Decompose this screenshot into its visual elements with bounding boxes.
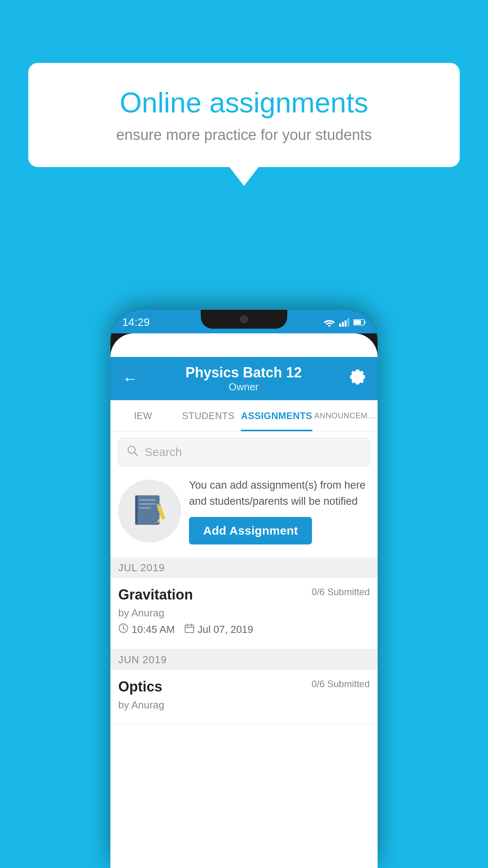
svg-rect-2 [342, 322, 344, 327]
svg-rect-14 [139, 507, 151, 509]
promo-text-block: You can add assignment(s) from here and … [189, 477, 370, 544]
phone-screen: ← Physics Batch 12 Owner IEW STUDENTS AS… [110, 333, 378, 868]
section-jul-label: JUL 2019 [118, 562, 165, 574]
promo-banner: You can add assignment(s) from here and … [110, 469, 378, 552]
back-button[interactable]: ← [122, 370, 138, 388]
assignment-row-top-optics: Optics 0/6 Submitted [118, 679, 370, 695]
svg-rect-11 [135, 495, 138, 525]
promo-icon-circle [118, 480, 181, 542]
settings-icon[interactable] [349, 369, 366, 389]
search-icon [127, 445, 138, 460]
search-area: Search [110, 432, 378, 473]
assignment-submitted-optics: 0/6 Submitted [312, 679, 370, 690]
add-assignment-button[interactable]: Add Assignment [189, 517, 312, 544]
batch-name: Physics Batch 12 [138, 364, 349, 381]
tabs-bar: IEW STUDENTS ASSIGNMENTS ANNOUNCEM… [110, 400, 378, 432]
meta-date: Jul 07, 2019 [184, 623, 253, 636]
assignment-by-gravitation: by Anurag [118, 607, 370, 619]
svg-rect-21 [185, 625, 194, 633]
svg-line-9 [134, 452, 138, 456]
assignment-date: Jul 07, 2019 [198, 623, 253, 636]
assignment-by-optics: by Anurag [118, 699, 370, 711]
speech-bubble-subtitle: ensure more practice for your students [60, 127, 428, 143]
signal-icon [339, 318, 349, 327]
section-header-jul: JUL 2019 [110, 557, 378, 578]
tab-announcements[interactable]: ANNOUNCEM… [312, 400, 378, 431]
notebook-icon [132, 493, 167, 529]
assignment-meta-gravitation: 10:45 AM Jul 07, 2019 [118, 623, 370, 636]
assignment-name-optics: Optics [118, 679, 162, 695]
svg-rect-7 [364, 321, 365, 324]
assignment-submitted-gravitation: 0/6 Submitted [312, 587, 370, 598]
svg-point-0 [328, 325, 330, 327]
status-icons [323, 316, 366, 327]
clock-icon [118, 623, 128, 636]
header-title-block: Physics Batch 12 Owner [138, 364, 349, 393]
section-jun-label: JUN 2019 [118, 654, 167, 666]
assignment-time: 10:45 AM [132, 623, 175, 636]
phone-notch [201, 310, 287, 329]
svg-rect-13 [139, 503, 156, 505]
promo-description: You can add assignment(s) from here and … [189, 477, 370, 509]
speech-bubble-container: Online assignments ensure more practice … [28, 63, 460, 167]
meta-time: 10:45 AM [118, 623, 175, 636]
svg-line-20 [123, 629, 125, 630]
search-input-container[interactable]: Search [118, 438, 370, 466]
tab-iew[interactable]: IEW [110, 400, 176, 431]
tab-assignments[interactable]: ASSIGNMENTS [241, 400, 312, 431]
svg-rect-1 [339, 324, 341, 327]
svg-rect-3 [345, 320, 347, 327]
svg-rect-4 [347, 318, 349, 327]
svg-rect-12 [139, 499, 156, 501]
section-header-jun: JUN 2019 [110, 649, 378, 670]
battery-icon [353, 319, 366, 326]
wifi-icon [323, 318, 335, 327]
assignment-name-gravitation: Gravitation [118, 587, 193, 603]
speech-bubble-title: Online assignments [60, 86, 428, 119]
svg-rect-6 [354, 320, 361, 325]
assignment-row-top: Gravitation 0/6 Submitted [118, 587, 370, 603]
status-time: 14:29 [122, 314, 150, 329]
phone-frame: 14:29 ← [110, 310, 378, 868]
assignment-item-optics[interactable]: Optics 0/6 Submitted by Anurag [110, 670, 378, 724]
calendar-icon [184, 623, 194, 636]
app-header: ← Physics Batch 12 Owner [110, 357, 378, 400]
search-input[interactable]: Search [145, 445, 182, 459]
tab-students[interactable]: STUDENTS [176, 400, 241, 431]
front-camera [240, 315, 248, 323]
owner-label: Owner [138, 381, 349, 393]
assignment-item-gravitation[interactable]: Gravitation 0/6 Submitted by Anurag 10:4… [110, 578, 378, 649]
speech-bubble: Online assignments ensure more practice … [28, 63, 460, 167]
